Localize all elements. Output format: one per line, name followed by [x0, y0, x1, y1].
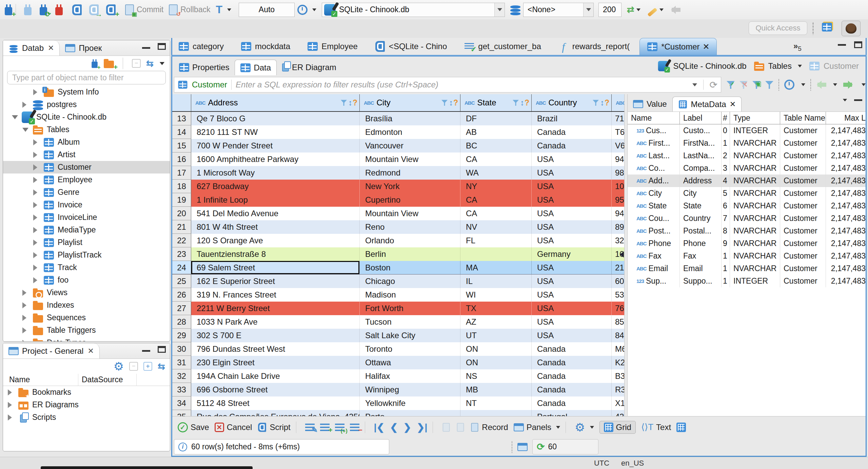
text-view-button[interactable]: ⟨⟩T Text: [641, 422, 671, 432]
tab-database-navigator[interactable]: Datab ✕: [3, 40, 60, 56]
column-header-type[interactable]: Type: [730, 112, 780, 124]
column-header-city[interactable]: ABC City ↕?: [360, 94, 460, 111]
transaction-log-button[interactable]: [297, 5, 316, 15]
network-profile-icon[interactable]: ⇄: [627, 4, 634, 15]
column-header-name[interactable]: Name: [628, 112, 680, 124]
cell-postal[interactable]: M6: [612, 342, 624, 356]
next-row-button[interactable]: ❯: [403, 422, 411, 433]
cell-address[interactable]: 801 W 4th Street: [191, 220, 360, 234]
expand-arrow-icon[interactable]: [33, 277, 37, 283]
cell-address[interactable]: 5112 48 Street: [191, 396, 360, 410]
dbeaver-perspective-button[interactable]: [842, 21, 861, 36]
tree-item[interactable]: foo: [3, 274, 170, 286]
connect-icon[interactable]: [24, 7, 32, 15]
metadata-row[interactable]: ABCState State 6 NVARCHAR Customer 2,147…: [628, 200, 866, 212]
disconnect-icon[interactable]: [55, 7, 63, 15]
apply-filter-icon[interactable]: ✓: [727, 80, 735, 89]
quick-access-input[interactable]: Quick Access: [749, 21, 807, 35]
cell-address[interactable]: 1600 Amphitheatre Parkway: [191, 152, 360, 166]
cell-country[interactable]: USA: [532, 302, 612, 315]
minimize-icon[interactable]: [142, 47, 150, 49]
new-connection-icon[interactable]: +: [92, 61, 98, 68]
breadcrumb-table[interactable]: Customer: [824, 61, 859, 71]
extra-panel-button[interactable]: [676, 423, 686, 432]
cell-state[interactable]: AB: [460, 125, 532, 139]
cell-state[interactable]: WA: [460, 166, 532, 180]
expand-arrow-icon[interactable]: [33, 252, 37, 258]
row-number[interactable]: 21: [172, 220, 191, 234]
cell-state[interactable]: MB: [460, 383, 532, 396]
metadata-row[interactable]: 123Cus... Custo... 0 INTEGER Customer 2,…: [628, 124, 866, 137]
cell-state[interactable]: NY: [460, 180, 532, 193]
cell-postal[interactable]: 85: [612, 315, 624, 329]
expand-arrow-icon[interactable]: [8, 389, 12, 395]
cell-state[interactable]: [460, 247, 532, 261]
column-name[interactable]: Name: [3, 374, 78, 386]
cell-postal[interactable]: 10: [612, 180, 624, 193]
tree-item[interactable]: Table Triggers: [3, 324, 170, 337]
first-row-button[interactable]: |❮: [374, 422, 384, 433]
cell-address[interactable]: 700 W Pender Street: [191, 139, 360, 152]
cell-country[interactable]: Portugal: [532, 410, 612, 416]
editor-tab[interactable]: mockdata: [234, 38, 300, 55]
refresh-icon[interactable]: ⟳: [710, 79, 717, 90]
close-icon[interactable]: ✕: [87, 347, 94, 355]
column-header-state[interactable]: ABC State ↕?: [460, 94, 532, 111]
record-button[interactable]: Record: [470, 422, 508, 433]
cell-postal[interactable]: 76: [612, 302, 624, 315]
cell-address[interactable]: 1 Infinite Loop: [191, 193, 360, 207]
sql-editor-icon[interactable]: [72, 4, 82, 15]
cell-address[interactable]: 194A Chain Lake Drive: [191, 369, 360, 383]
expand-arrow-icon[interactable]: [33, 227, 37, 233]
connection-dropdown[interactable]: [494, 3, 505, 17]
row-number-header[interactable]: [172, 94, 191, 111]
reconnect-icon[interactable]: ⟳: [40, 7, 47, 15]
cell-state[interactable]: NV: [460, 220, 532, 234]
cell-country[interactable]: Canada: [532, 125, 612, 139]
gear-icon[interactable]: ⚙: [114, 361, 124, 372]
connection-combo[interactable]: SQLite - Chinook.db: [322, 3, 505, 17]
cell-country[interactable]: USA: [532, 207, 612, 220]
metadata-row[interactable]: ABCFirst... FirstNa... 1 NVARCHAR Custom…: [628, 137, 866, 149]
new-sql-editor-icon[interactable]: +: [106, 4, 116, 15]
row-number[interactable]: 18: [172, 180, 191, 193]
custom-filter-icon[interactable]: [765, 80, 773, 89]
tab-data[interactable]: Data: [235, 60, 277, 75]
cell-postal[interactable]: 71: [612, 112, 624, 125]
cell-country[interactable]: Canada: [532, 396, 612, 410]
expand-arrow-icon[interactable]: [22, 290, 26, 296]
cell-city[interactable]: Porto: [360, 410, 460, 416]
row-number[interactable]: 35: [172, 410, 191, 416]
cell-postal[interactable]: 94: [612, 152, 624, 166]
row-number[interactable]: 20: [172, 207, 191, 220]
expand-arrow-icon[interactable]: [22, 302, 26, 308]
remove-filter-icon[interactable]: ✕: [739, 80, 748, 89]
magic-wand-icon[interactable]: [647, 7, 657, 17]
row-number[interactable]: 14: [172, 125, 191, 139]
row-number[interactable]: 25: [172, 274, 191, 288]
tree-item[interactable]: Genre: [3, 186, 170, 199]
column-header-max[interactable]: Max L: [826, 112, 866, 124]
save-filter-icon[interactable]: ▣: [752, 80, 761, 89]
cell-city[interactable]: Madison: [360, 288, 460, 302]
column-header-label[interactable]: Label: [680, 112, 722, 124]
project-item[interactable]: ER Diagrams: [3, 399, 170, 411]
cell-postal[interactable]: 32: [612, 234, 624, 247]
cell-city[interactable]: Orlando: [360, 234, 460, 247]
settings-button[interactable]: ⚙: [575, 422, 594, 433]
cell-city[interactable]: Winnipeg: [360, 383, 460, 396]
tree-item[interactable]: Views: [3, 286, 170, 299]
cell-country[interactable]: Canada: [532, 342, 612, 356]
autocommit-combo[interactable]: Auto: [239, 3, 295, 17]
cell-address[interactable]: Qe 7 Bloco G: [191, 112, 360, 125]
cell-city[interactable]: Salt Lake City: [360, 329, 460, 342]
row-number[interactable]: 27: [172, 302, 191, 315]
row-number[interactable]: 22: [172, 234, 191, 247]
cell-postal[interactable]: 60: [612, 274, 624, 288]
cell-postal[interactable]: 95: [612, 193, 624, 207]
tab-value[interactable]: Value: [628, 97, 672, 111]
metadata-row[interactable]: ABCCity City 5 NVARCHAR Customer 2,147,4…: [628, 187, 866, 200]
tree-item[interactable]: Sequences: [3, 311, 170, 324]
cell-city[interactable]: New York: [360, 180, 460, 193]
cell-state[interactable]: [460, 410, 532, 416]
